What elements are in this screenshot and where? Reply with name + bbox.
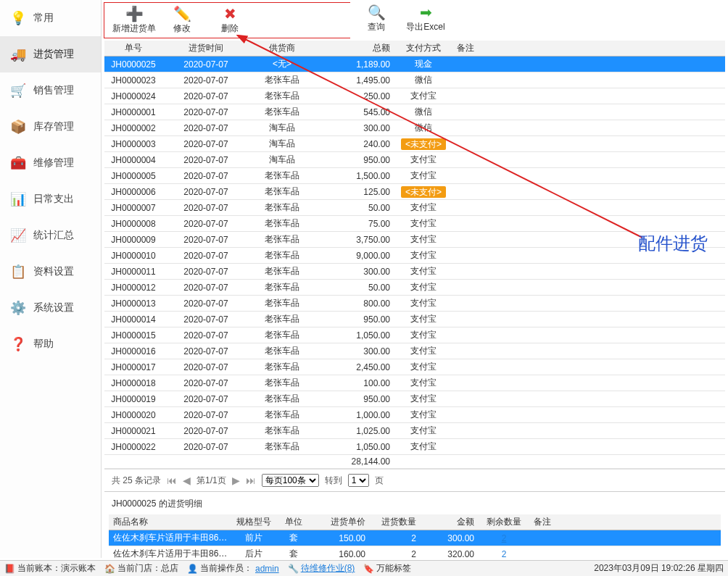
book-icon: 📕 xyxy=(4,564,15,574)
toolbox-icon: 🧰 xyxy=(10,155,26,171)
delete-button[interactable]: ✖删除 xyxy=(206,4,254,37)
truck-icon: 🚚 xyxy=(10,46,26,62)
toolbar: ➕新增进货单 ✏️修改 ✖删除 🔍查询 ➡导出Excel 配件进货 xyxy=(102,0,728,41)
table-row[interactable]: JH00000232020-07-07老张车品1,495.00微信 xyxy=(104,72,725,88)
table-row[interactable]: JH00000082020-07-07老张车品75.00支付宝 xyxy=(104,216,725,232)
sidebar: 💡常用 🚚进货管理 🛒销售管理 📦库存管理 🧰维修管理 📊日常支出 📈统计汇总 … xyxy=(0,0,102,558)
sidebar-item-sales[interactable]: 🛒销售管理 xyxy=(0,72,101,109)
clipboard-icon: 📋 xyxy=(10,264,26,280)
home-icon: 🏠 xyxy=(104,564,115,574)
table-row[interactable]: JH00000172020-07-07老张车品2,450.00支付宝 xyxy=(104,359,725,375)
col-number[interactable]: 单号 xyxy=(104,41,162,57)
sidebar-item-data[interactable]: 📋资料设置 xyxy=(0,254,101,290)
table-row[interactable]: JH00000252020-07-07<无>1,189.00现金 xyxy=(104,57,725,72)
sidebar-item-inventory[interactable]: 📦库存管理 xyxy=(0,109,101,145)
dcol-name[interactable]: 商品名称 xyxy=(109,514,232,530)
detail-row[interactable]: 佐佐木刹车片适用于丰田86 前片前片套150.002300.002 xyxy=(109,530,721,546)
query-button[interactable]: 🔍查询 xyxy=(352,2,400,36)
col-payment[interactable]: 支付方式 xyxy=(394,41,452,57)
next-page-button[interactable]: ▶ xyxy=(232,475,240,486)
table-row[interactable]: JH00000042020-07-07淘车品950.00支付宝 xyxy=(104,152,725,168)
sidebar-item-label: 销售管理 xyxy=(33,84,74,97)
remain-link[interactable]: 2 xyxy=(502,549,507,559)
sidebar-item-label: 常用 xyxy=(33,12,54,25)
table-row[interactable]: JH00000052020-07-07老张车品1,500.00支付宝 xyxy=(104,168,725,184)
unpaid-badge: <未支付> xyxy=(401,138,446,150)
table-row[interactable]: JH00000102020-07-07老张车品9,000.00支付宝 xyxy=(104,248,725,264)
totals-row: 28,144.00 xyxy=(104,455,725,469)
sidebar-item-expense[interactable]: 📊日常支出 xyxy=(0,181,101,217)
dcol-qty[interactable]: 进货数量 xyxy=(370,514,421,530)
col-amount[interactable]: 总额 xyxy=(315,41,394,57)
sb-tags[interactable]: 🔖万能标签 xyxy=(363,562,411,575)
table-row[interactable]: JH00000012020-07-07老张车品545.00微信 xyxy=(104,104,725,120)
sb-account[interactable]: 📕当前账本：演示账本 xyxy=(4,562,96,575)
detail-table: 商品名称 规格型号 单位 进货单价 进货数量 金额 剩余数量 备注 佐佐木刹车片… xyxy=(109,514,721,558)
sb-store[interactable]: 🏠当前门店：总店 xyxy=(104,562,178,575)
pager: 共 25 条记录 ⏮ ◀ 第1/1页 ▶ ⏭ 每页100条 转到 1 页 xyxy=(104,469,725,491)
sidebar-item-label: 维修管理 xyxy=(33,156,74,170)
dcol-amount[interactable]: 金额 xyxy=(421,514,479,530)
page-size-select[interactable]: 每页100条 xyxy=(262,474,319,487)
last-page-button[interactable]: ⏭ xyxy=(246,475,256,486)
dcol-remark[interactable]: 备注 xyxy=(529,514,721,530)
table-row[interactable]: JH00000202020-07-07老张车品1,000.00支付宝 xyxy=(104,407,725,423)
sidebar-item-help[interactable]: ❓帮助 xyxy=(0,326,101,362)
table-row[interactable]: JH00000092020-07-07老张车品3,750.00支付宝 xyxy=(104,232,725,248)
table-row[interactable]: JH00000112020-07-07老张车品300.00支付宝 xyxy=(104,264,725,280)
pencil-icon: ✏️ xyxy=(173,7,191,21)
table-row[interactable]: JH00000222020-07-07老张车品1,050.00支付宝 xyxy=(104,439,725,455)
table-row[interactable]: JH00000182020-07-07老张车品100.00支付宝 xyxy=(104,375,725,391)
sidebar-item-purchase[interactable]: 🚚进货管理 xyxy=(0,36,101,72)
sidebar-item-common[interactable]: 💡常用 xyxy=(0,0,101,36)
first-page-button[interactable]: ⏮ xyxy=(167,475,177,486)
table-row[interactable]: JH00000122020-07-07老张车品50.00支付宝 xyxy=(104,280,725,296)
table-row[interactable]: JH00000212020-07-07老张车品1,025.00支付宝 xyxy=(104,423,725,439)
table-row[interactable]: JH00000142020-07-07老张车品950.00支付宝 xyxy=(104,312,725,327)
remain-link[interactable]: 2 xyxy=(502,533,507,543)
sidebar-item-settings[interactable]: ⚙️系统设置 xyxy=(0,290,101,326)
sidebar-item-label: 日常支出 xyxy=(33,193,74,206)
user-icon: 👤 xyxy=(187,564,197,574)
table-header-row: 单号 进货时间 供货商 总额 支付方式 备注 xyxy=(104,41,725,57)
table-row[interactable]: JH00000032020-07-07淘车品240.00<未支付> xyxy=(104,136,725,152)
btn-label: 新增进货单 xyxy=(112,22,156,35)
dcol-price[interactable]: 进货单价 xyxy=(312,514,370,530)
sb-pending[interactable]: 🔧待维修作业(8) xyxy=(288,562,355,575)
help-icon: ❓ xyxy=(10,336,26,352)
page-indicator: 第1/1页 xyxy=(197,475,226,487)
table-row[interactable]: JH00000242020-07-07老张车品250.00支付宝 xyxy=(104,88,725,104)
export-button[interactable]: ➡导出Excel xyxy=(402,2,450,36)
dcol-unit[interactable]: 单位 xyxy=(276,514,312,530)
table-row[interactable]: JH00000062020-07-07老张车品125.00<未支付> xyxy=(104,184,725,200)
sidebar-item-stats[interactable]: 📈统计汇总 xyxy=(0,217,101,254)
dcol-spec[interactable]: 规格型号 xyxy=(232,514,276,530)
col-remark[interactable]: 备注 xyxy=(452,41,725,57)
sidebar-item-label: 系统设置 xyxy=(33,301,74,314)
col-date[interactable]: 进货时间 xyxy=(162,41,249,57)
dcol-remain[interactable]: 剩余数量 xyxy=(479,514,529,530)
sidebar-item-repair[interactable]: 🧰维修管理 xyxy=(0,145,101,181)
detail-row[interactable]: 佐佐木刹车片适用于丰田86 后片后片套160.002320.002 xyxy=(109,546,721,559)
cart-icon: 🛒 xyxy=(10,83,26,99)
table-row[interactable]: JH00000162020-07-07老张车品300.00支付宝 xyxy=(104,343,725,359)
tag-icon: 🔖 xyxy=(363,564,373,574)
btn-label: 删除 xyxy=(221,22,239,35)
btn-label: 导出Excel xyxy=(406,21,444,33)
add-button[interactable]: ➕新增进货单 xyxy=(110,4,158,37)
total-amount: 28,144.00 xyxy=(315,455,394,469)
edit-button[interactable]: ✏️修改 xyxy=(158,4,206,37)
btn-label: 修改 xyxy=(173,22,191,35)
prev-page-button[interactable]: ◀ xyxy=(183,475,191,486)
sidebar-item-label: 资料设置 xyxy=(33,265,74,278)
col-supplier[interactable]: 供货商 xyxy=(249,41,315,57)
table-row[interactable]: JH00000132020-07-07老张车品800.00支付宝 xyxy=(104,296,725,312)
table-row[interactable]: JH00000022020-07-07淘车品300.00微信 xyxy=(104,120,725,136)
table-row[interactable]: JH00000072020-07-07老张车品50.00支付宝 xyxy=(104,200,725,216)
sb-operator[interactable]: 👤当前操作员：admin xyxy=(187,562,279,575)
goto-page-select[interactable]: 1 xyxy=(348,474,369,487)
purchase-table: 单号 进货时间 供货商 总额 支付方式 备注 JH00000252020-07-… xyxy=(104,41,725,469)
table-row[interactable]: JH00000152020-07-07老张车品1,050.00支付宝 xyxy=(104,327,725,343)
table-row[interactable]: JH00000192020-07-07老张车品950.00支付宝 xyxy=(104,391,725,407)
operator-link[interactable]: admin xyxy=(255,564,279,574)
